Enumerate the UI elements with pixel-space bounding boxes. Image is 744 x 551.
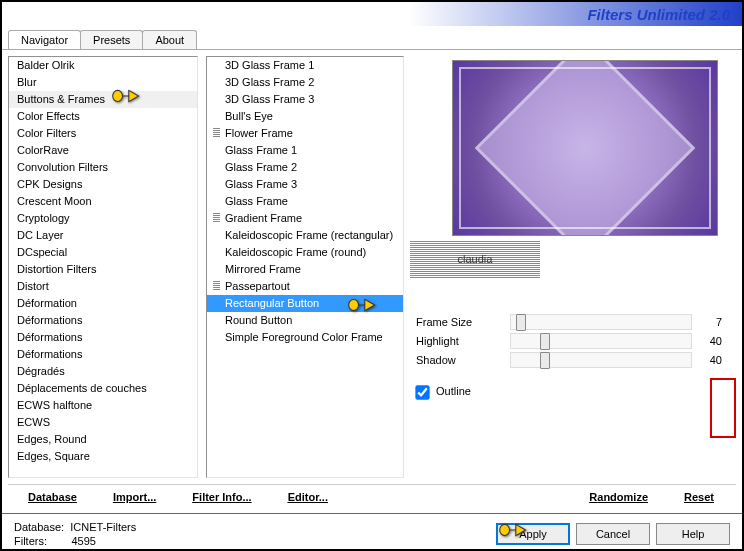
param-slider[interactable] xyxy=(510,333,692,349)
watermark-logo: claudia xyxy=(410,240,540,278)
category-item[interactable]: Déformations xyxy=(9,312,197,329)
category-item[interactable]: Déformation xyxy=(9,295,197,312)
filter-item[interactable]: Rectangular Button xyxy=(207,295,403,312)
slider-thumb[interactable] xyxy=(516,314,526,331)
outline-checkbox[interactable] xyxy=(415,385,429,399)
tab-about[interactable]: About xyxy=(142,30,197,49)
param-value: 40 xyxy=(696,354,722,366)
drag-handle-icon xyxy=(213,128,220,137)
tab-navigator[interactable]: Navigator xyxy=(8,30,81,49)
param-row: Highlight40 xyxy=(416,333,722,349)
help-button[interactable]: Help xyxy=(656,523,730,545)
param-label: Frame Size xyxy=(416,316,506,328)
apply-button[interactable]: Apply xyxy=(496,523,570,545)
param-row: Frame Size7 xyxy=(416,314,722,330)
param-value: 40 xyxy=(696,335,722,347)
drag-handle-icon xyxy=(213,213,220,222)
category-item[interactable]: DC Layer xyxy=(9,227,197,244)
param-label: Highlight xyxy=(416,335,506,347)
param-label: Shadow xyxy=(416,354,506,366)
category-item[interactable]: ECWS xyxy=(9,414,197,431)
param-slider[interactable] xyxy=(510,314,692,330)
outline-row: Outline xyxy=(416,385,722,399)
category-item[interactable]: Convolution Filters xyxy=(9,159,197,176)
filter-item[interactable]: Simple Foreground Color Frame xyxy=(207,329,403,346)
outline-checkbox-label[interactable]: Outline xyxy=(416,385,471,397)
filter-item[interactable]: 3D Glass Frame 2 xyxy=(207,74,403,91)
category-item[interactable]: ColorRave xyxy=(9,142,197,159)
filter-item[interactable]: Glass Frame 1 xyxy=(207,142,403,159)
category-item[interactable]: ECWS halftone xyxy=(9,397,197,414)
title-bar: Filters Unlimited 2.0 xyxy=(2,2,742,26)
slider-thumb[interactable] xyxy=(540,333,550,350)
filter-item[interactable]: Glass Frame 2 xyxy=(207,159,403,176)
filter-item[interactable]: Gradient Frame xyxy=(207,210,403,227)
filter-list[interactable]: 3D Glass Frame 13D Glass Frame 23D Glass… xyxy=(206,56,404,478)
filter-item[interactable]: Passepartout xyxy=(207,278,403,295)
filter-item[interactable]: Flower Frame xyxy=(207,125,403,142)
parameters: Frame Size7Highlight40Shadow40 xyxy=(416,314,722,371)
filter-item[interactable]: Glass Frame xyxy=(207,193,403,210)
filter-item[interactable]: 3D Glass Frame 3 xyxy=(207,91,403,108)
category-list[interactable]: Balder OlrikBlurButtons & FramesColor Ef… xyxy=(9,57,197,477)
param-slider[interactable] xyxy=(510,352,692,368)
preview-image xyxy=(452,60,718,236)
category-item[interactable]: DCspecial xyxy=(9,244,197,261)
filter-item[interactable]: 3D Glass Frame 1 xyxy=(207,57,403,74)
category-item[interactable]: Buttons & Frames xyxy=(9,91,197,108)
category-item[interactable]: Dégradés xyxy=(9,363,197,380)
cancel-button[interactable]: Cancel xyxy=(576,523,650,545)
reset-button[interactable]: Reset xyxy=(676,487,722,507)
filter-item[interactable]: Kaleidoscopic Frame (round) xyxy=(207,244,403,261)
toolbar: Database Import... Filter Info... Editor… xyxy=(8,484,736,513)
footer-buttons: Apply Cancel Help xyxy=(496,523,730,545)
category-item[interactable]: Distortion Filters xyxy=(9,261,197,278)
category-item[interactable]: CPK Designs xyxy=(9,176,197,193)
category-item[interactable]: Cryptology xyxy=(9,210,197,227)
category-item[interactable]: Distort xyxy=(9,278,197,295)
filter-info-button[interactable]: Filter Info... xyxy=(184,487,259,507)
param-row: Shadow40 xyxy=(416,352,722,368)
category-item[interactable]: Déplacements de couches xyxy=(9,380,197,397)
param-value: 7 xyxy=(696,316,722,328)
filter-item[interactable]: Kaleidoscopic Frame (rectangular) xyxy=(207,227,403,244)
category-item[interactable]: Color Filters xyxy=(9,125,197,142)
editor-button[interactable]: Editor... xyxy=(280,487,336,507)
category-item[interactable]: Blur xyxy=(9,74,197,91)
randomize-button[interactable]: Randomize xyxy=(581,487,656,507)
filter-item[interactable]: Glass Frame 3 xyxy=(207,176,403,193)
category-item[interactable]: Edges, Round xyxy=(9,431,197,448)
category-panel: Balder OlrikBlurButtons & FramesColor Ef… xyxy=(8,56,198,478)
main-area: Balder OlrikBlurButtons & FramesColor Ef… xyxy=(2,50,742,484)
drag-handle-icon xyxy=(213,281,220,290)
category-item[interactable]: Edges, Square xyxy=(9,448,197,465)
footer-info: Database: ICNET-Filters Filters: 4595 xyxy=(14,520,136,548)
category-item[interactable]: Crescent Moon xyxy=(9,193,197,210)
category-item[interactable]: Color Effects xyxy=(9,108,197,125)
category-item[interactable]: Déformations xyxy=(9,346,197,363)
slider-thumb[interactable] xyxy=(540,352,550,369)
import-button[interactable]: Import... xyxy=(105,487,164,507)
tab-presets[interactable]: Presets xyxy=(80,30,143,49)
app-title: Filters Unlimited 2.0 xyxy=(587,6,730,23)
tab-row: NavigatorPresetsAbout xyxy=(2,26,742,50)
footer: Database: ICNET-Filters Filters: 4595 Ap… xyxy=(2,513,742,551)
filter-item[interactable]: Round Button xyxy=(207,312,403,329)
database-button[interactable]: Database xyxy=(20,487,85,507)
filter-item[interactable]: Mirrored Frame xyxy=(207,261,403,278)
category-item[interactable]: Balder Olrik xyxy=(9,57,197,74)
filter-item[interactable]: Bull's Eye xyxy=(207,108,403,125)
right-panel: claudia Rectangular Button Frame Size7Hi… xyxy=(404,56,736,478)
category-item[interactable]: Déformations xyxy=(9,329,197,346)
